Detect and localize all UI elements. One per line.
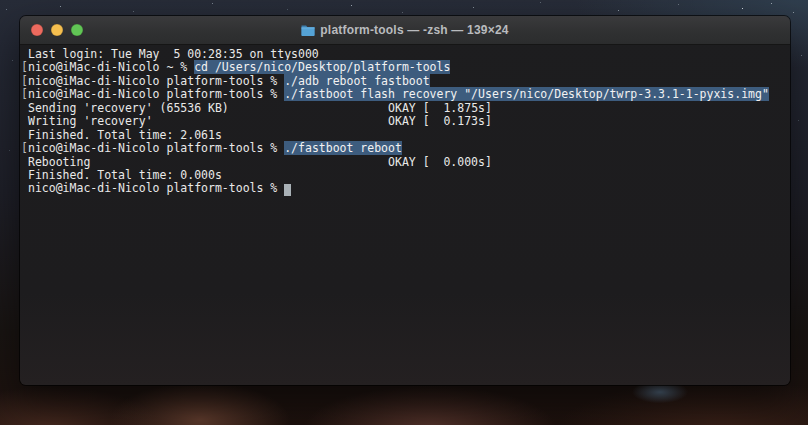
selected-command-text: ./fastboot flash recovery "/Users/nico/D… (284, 87, 769, 101)
terminal-line: Finished. Total time: 0.000s (28, 169, 790, 182)
terminal-text: nico@iMac-di-Nicolo platform-tools % (28, 87, 284, 101)
terminal-line: Sending 'recovery' (65536 KB) OKAY [ 1.8… (28, 102, 790, 115)
prompt-mark: [ (21, 61, 28, 74)
terminal-line: Writing 'recovery' OKAY [ 0.173s] (28, 115, 790, 128)
terminal-text: OKAY [ 0.173s] (388, 114, 492, 128)
terminal-text: Finished. Total time: 2.061s (28, 128, 222, 142)
terminal-text: OKAY [ 0.000s] (388, 155, 492, 169)
terminal-text (90, 155, 388, 169)
zoom-button[interactable] (71, 24, 83, 36)
terminal-output[interactable]: Last login: Tue May 5 00:28:35 on ttys00… (20, 45, 790, 196)
window-title: platform-tools — -zsh — 139×24 (320, 23, 508, 37)
window-titlebar[interactable]: platform-tools — -zsh — 139×24 (20, 16, 790, 45)
selected-command-text: cd /Users/nico/Desktop/platform-tools (194, 60, 450, 74)
terminal-window: platform-tools — -zsh — 139×24 Last logi… (20, 16, 790, 385)
terminal-text: nico@iMac-di-Nicolo ~ % (28, 60, 194, 74)
terminal-line: [nico@iMac-di-Nicolo platform-tools % ./… (28, 142, 790, 155)
close-button[interactable] (31, 24, 43, 36)
terminal-line: Rebooting OKAY [ 0.000s] (28, 156, 790, 169)
terminal-text (153, 114, 388, 128)
terminal-line: Last login: Tue May 5 00:28:35 on ttys00… (28, 48, 790, 61)
desktop-stars (0, 0, 1, 1)
terminal-text: Last login: Tue May 5 00:28:35 on ttys00… (28, 47, 319, 61)
terminal-text: OKAY [ 1.875s] (388, 101, 492, 115)
selected-command-text: ./adb reboot fastboot (284, 74, 429, 88)
prompt-mark: [ (21, 142, 28, 155)
terminal-text (229, 101, 388, 115)
terminal-text: nico@iMac-di-Nicolo platform-tools % (28, 141, 284, 155)
traffic-lights (31, 24, 83, 36)
terminal-line: [nico@iMac-di-Nicolo ~ % cd /Users/nico/… (28, 61, 790, 74)
terminal-line: [nico@iMac-di-Nicolo platform-tools % ./… (28, 88, 790, 101)
terminal-line: nico@iMac-di-Nicolo platform-tools % (28, 182, 790, 195)
terminal-text: Finished. Total time: 0.000s (28, 168, 222, 182)
terminal-cursor (284, 184, 291, 196)
prompt-mark: [ (21, 88, 28, 101)
terminal-text: Sending 'recovery' (65536 KB) (28, 101, 229, 115)
minimize-button[interactable] (51, 24, 63, 36)
terminal-text: Rebooting (28, 155, 90, 169)
selected-command-text: ./fastboot reboot (284, 141, 402, 155)
folder-icon (301, 24, 315, 36)
terminal-text: Writing 'recovery' (28, 114, 153, 128)
title-group: platform-tools — -zsh — 139×24 (301, 23, 508, 37)
terminal-text: nico@iMac-di-Nicolo platform-tools % (28, 181, 284, 195)
terminal-line: Finished. Total time: 2.061s (28, 129, 790, 142)
prompt-mark: [ (21, 75, 28, 88)
terminal-text: nico@iMac-di-Nicolo platform-tools % (28, 74, 284, 88)
terminal-line: [nico@iMac-di-Nicolo platform-tools % ./… (28, 75, 790, 88)
